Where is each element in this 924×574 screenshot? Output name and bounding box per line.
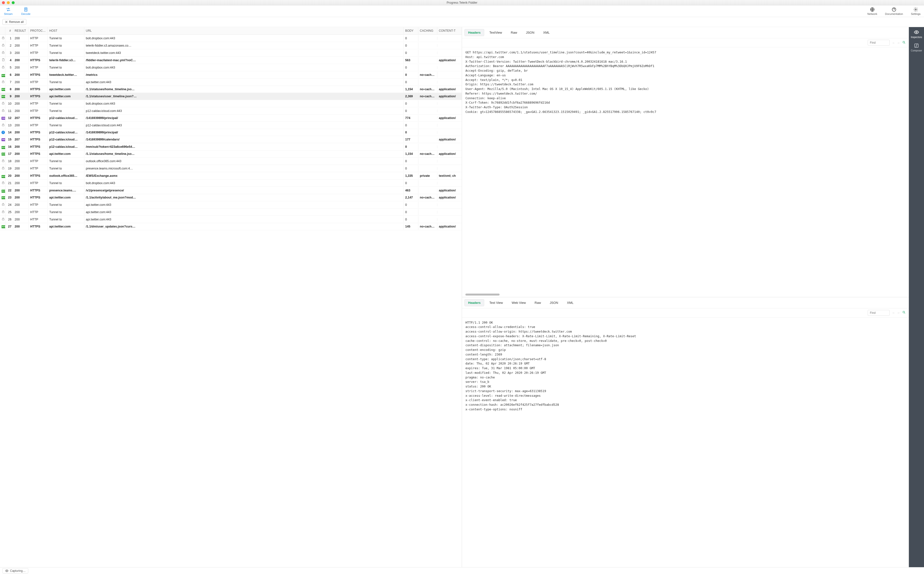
row-host: Tunnel to [48, 50, 84, 56]
table-row[interactable]: 26200HTTPTunnel toapi.twitter.com:4430 [0, 216, 462, 223]
table-row[interactable]: JSON22200HTTPSpresence.teams.…/v1/presen… [0, 187, 462, 194]
documentation-button[interactable]: Documentation [885, 7, 903, 15]
table-row[interactable]: 4200HTTPStelerik-fiddler.s3…/fiddler-mac… [0, 57, 462, 64]
settings-button[interactable]: Settings [910, 7, 922, 15]
row-caching [418, 167, 438, 170]
svg-rect-11 [2, 125, 4, 126]
sidebar-inspectors[interactable]: Inspectors [911, 30, 922, 38]
tab-xml[interactable]: XML [563, 299, 577, 306]
request-hscroll[interactable] [465, 293, 905, 296]
table-row[interactable]: JSON8200HTTPSapi.twitter.com/1.1/statuse… [0, 86, 462, 93]
table-row[interactable]: 1200HTTPTunnel tobolt.dropbox.com:4430 [0, 35, 462, 42]
table-row[interactable]: 5200HTTPTunnel tobolt.dropbox.com:4430 [0, 64, 462, 71]
row-caching [418, 203, 438, 206]
row-host: api.twitter.com [48, 86, 84, 92]
request-find-input[interactable] [868, 40, 889, 46]
row-contenttype [438, 131, 462, 134]
remove-all-button[interactable]: Remove all [2, 19, 26, 25]
row-protocol: HTTP [29, 35, 48, 41]
row-contenttype [438, 167, 462, 170]
table-row[interactable]: 18200HTTPTunnel tooutlook.office365.com:… [0, 158, 462, 165]
row-result: 200 [13, 35, 29, 41]
grid-body[interactable]: 1200HTTPTunnel tobolt.dropbox.com:443022… [0, 35, 462, 567]
svg-rect-17 [2, 219, 4, 220]
find-next-icon[interactable]: → [897, 311, 900, 315]
request-tabs: HeadersTextViewRawJSONXML [462, 27, 909, 38]
table-row[interactable]: 7200HTTPTunnel toapi.twitter.com:4430 [0, 79, 462, 86]
col-caching[interactable]: CACHING [418, 27, 438, 35]
row-body: 0 [404, 158, 418, 164]
table-row[interactable]: 19200HTTPTunnel topresence.teams.microso… [0, 165, 462, 172]
table-row[interactable]: 10200HTTPTunnel tobolt.dropbox.com:4430 [0, 100, 462, 107]
col-result[interactable]: RESULT [13, 27, 29, 35]
find-search-button[interactable] [902, 41, 906, 45]
find-prev-icon[interactable]: ← [892, 311, 895, 315]
sidebar-composer-label: Composer [911, 49, 922, 52]
table-row[interactable]: 3200HTTPTunnel totweetdeck.twitter.com:4… [0, 49, 462, 57]
table-row[interactable]: JSON16200HTTPSp12-caldav.icloud…/mm/sub?… [0, 143, 462, 150]
minimize-window-icon[interactable] [7, 1, 10, 4]
tab-text-view[interactable]: Text View [486, 299, 506, 306]
col-num[interactable]: # [5, 27, 13, 35]
row-caching: no-cache,… [418, 86, 438, 92]
table-row[interactable]: XML12207HTTPSp12-caldav.icloud…/14169398… [0, 115, 462, 122]
request-content[interactable]: GET https://api.twitter.com/1.1/statuses… [462, 47, 909, 293]
table-row[interactable]: JSON23200HTTPSapi.twitter.com/1.1/activi… [0, 194, 462, 201]
capturing-toggle[interactable]: Capturing… [2, 568, 28, 574]
row-type-icon [0, 216, 5, 223]
row-url: /1.1/statuses/home_timeline.jso… [84, 151, 404, 157]
response-content[interactable]: HTTP/1.1 200 OK access-control-allow-cre… [462, 317, 909, 568]
network-button[interactable]: Network [866, 7, 878, 15]
find-search-button[interactable] [902, 311, 906, 315]
tab-headers[interactable]: Headers [464, 299, 484, 306]
response-find-input[interactable] [868, 310, 889, 316]
tab-json[interactable]: JSON [546, 299, 562, 306]
table-row[interactable]: JSON20200HTTPSoutlook.office365…/EWS/Exc… [0, 172, 462, 180]
col-protocol[interactable]: PROTOCOL [29, 27, 48, 35]
find-prev-icon[interactable]: ← [892, 41, 895, 45]
row-body: 774 [404, 115, 418, 121]
row-url: outlook.office365.com:443 [84, 158, 404, 164]
table-row[interactable]: 2200HTTPTunnel totelerik-fiddler.s3.amaz… [0, 42, 462, 49]
table-row[interactable]: i14200HTTPSp12-caldav.icloud…/1416939899… [0, 129, 462, 136]
table-row[interactable]: 13200HTTPTunnel top12-caldav.icloud.com:… [0, 122, 462, 129]
tab-web-view[interactable]: Web View [508, 299, 529, 306]
row-host: Tunnel to [48, 158, 84, 164]
decode-button[interactable]: Decode [20, 7, 32, 15]
col-body[interactable]: BODY [404, 27, 418, 35]
row-contenttype [438, 73, 462, 76]
inspector-panel: HeadersTextViewRawJSONXML ← → GET https:… [462, 27, 909, 567]
maximize-window-icon[interactable] [12, 1, 15, 4]
find-next-icon[interactable]: → [897, 41, 900, 45]
table-row[interactable]: 25200HTTPTunnel toapi.twitter.com:4430 [0, 208, 462, 216]
row-num: 17 [5, 151, 13, 157]
tab-raw[interactable]: Raw [507, 29, 521, 36]
row-contenttype: application/ [438, 223, 462, 230]
response-find-row: ← → [462, 309, 909, 317]
tab-headers[interactable]: Headers [464, 29, 484, 36]
row-caching [418, 218, 438, 221]
table-row[interactable]: JSON9200HTTPSapi.twitter.com/1.1/statuse… [0, 93, 462, 100]
table-row[interactable]: 24200HTTPTunnel toapi.twitter.com:4430 [0, 201, 462, 208]
tab-textview[interactable]: TextView [486, 29, 506, 36]
row-type-icon [0, 42, 5, 49]
close-window-icon[interactable] [2, 1, 5, 4]
row-contenttype: application/ [438, 86, 462, 92]
sidebar-composer[interactable]: Composer [911, 43, 922, 52]
table-row[interactable]: JSON27200HTTPSapi.twitter.com/1.1/dm/use… [0, 223, 462, 230]
row-url: bolt.dropbox.com:443 [84, 65, 404, 71]
table-row[interactable]: JSON17200HTTPSapi.twitter.com/1.1/status… [0, 150, 462, 158]
row-type-icon: JSON [0, 93, 5, 100]
table-row[interactable]: 11200HTTPTunnel top12-caldav.icloud.com:… [0, 107, 462, 115]
tab-json[interactable]: JSON [522, 29, 538, 36]
col-host[interactable]: HOST [48, 27, 84, 35]
tab-xml[interactable]: XML [540, 29, 553, 36]
col-url[interactable]: URL [84, 27, 404, 35]
tab-raw[interactable]: Raw [531, 299, 545, 306]
row-num: 14 [5, 129, 13, 136]
table-row[interactable]: JSON6200HTTPStweetdeck.twitter…/metrics0… [0, 71, 462, 79]
stream-button[interactable]: Stream [2, 7, 14, 15]
table-row[interactable]: 21200HTTPTunnel tobolt.dropbox.com:4430 [0, 180, 462, 187]
col-contenttype[interactable]: CONTENT-T [438, 27, 462, 35]
table-row[interactable]: XML15207HTTPSp12-caldav.icloud…/14169398… [0, 136, 462, 143]
